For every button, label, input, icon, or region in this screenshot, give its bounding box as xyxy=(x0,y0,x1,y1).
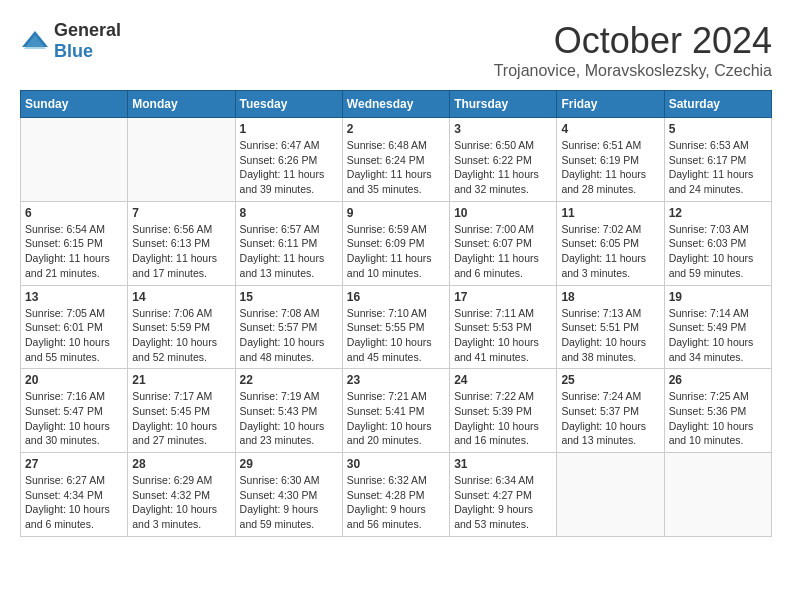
calendar-cell: 1Sunrise: 6:47 AMSunset: 6:26 PMDaylight… xyxy=(235,118,342,202)
day-number: 1 xyxy=(240,122,338,136)
calendar-cell xyxy=(21,118,128,202)
day-info: Sunrise: 6:53 AMSunset: 6:17 PMDaylight:… xyxy=(669,138,767,197)
day-number: 28 xyxy=(132,457,230,471)
calendar-cell: 15Sunrise: 7:08 AMSunset: 5:57 PMDayligh… xyxy=(235,285,342,369)
calendar-week-row: 1Sunrise: 6:47 AMSunset: 6:26 PMDaylight… xyxy=(21,118,772,202)
day-number: 27 xyxy=(25,457,123,471)
day-number: 8 xyxy=(240,206,338,220)
day-info: Sunrise: 6:57 AMSunset: 6:11 PMDaylight:… xyxy=(240,222,338,281)
day-number: 19 xyxy=(669,290,767,304)
calendar-cell: 18Sunrise: 7:13 AMSunset: 5:51 PMDayligh… xyxy=(557,285,664,369)
logo-general: General xyxy=(54,20,121,40)
calendar-cell: 16Sunrise: 7:10 AMSunset: 5:55 PMDayligh… xyxy=(342,285,449,369)
day-number: 3 xyxy=(454,122,552,136)
day-info: Sunrise: 7:08 AMSunset: 5:57 PMDaylight:… xyxy=(240,306,338,365)
day-number: 15 xyxy=(240,290,338,304)
day-info: Sunrise: 7:17 AMSunset: 5:45 PMDaylight:… xyxy=(132,389,230,448)
day-info: Sunrise: 7:03 AMSunset: 6:03 PMDaylight:… xyxy=(669,222,767,281)
day-info: Sunrise: 6:54 AMSunset: 6:15 PMDaylight:… xyxy=(25,222,123,281)
calendar-cell: 7Sunrise: 6:56 AMSunset: 6:13 PMDaylight… xyxy=(128,201,235,285)
calendar-cell: 4Sunrise: 6:51 AMSunset: 6:19 PMDaylight… xyxy=(557,118,664,202)
calendar-cell: 29Sunrise: 6:30 AMSunset: 4:30 PMDayligh… xyxy=(235,453,342,537)
day-number: 25 xyxy=(561,373,659,387)
calendar-cell: 11Sunrise: 7:02 AMSunset: 6:05 PMDayligh… xyxy=(557,201,664,285)
day-number: 30 xyxy=(347,457,445,471)
calendar-cell: 31Sunrise: 6:34 AMSunset: 4:27 PMDayligh… xyxy=(450,453,557,537)
calendar-cell: 6Sunrise: 6:54 AMSunset: 6:15 PMDaylight… xyxy=(21,201,128,285)
day-number: 23 xyxy=(347,373,445,387)
day-info: Sunrise: 6:47 AMSunset: 6:26 PMDaylight:… xyxy=(240,138,338,197)
day-info: Sunrise: 7:16 AMSunset: 5:47 PMDaylight:… xyxy=(25,389,123,448)
day-info: Sunrise: 6:34 AMSunset: 4:27 PMDaylight:… xyxy=(454,473,552,532)
calendar-cell: 17Sunrise: 7:11 AMSunset: 5:53 PMDayligh… xyxy=(450,285,557,369)
day-number: 21 xyxy=(132,373,230,387)
calendar-cell: 21Sunrise: 7:17 AMSunset: 5:45 PMDayligh… xyxy=(128,369,235,453)
calendar-cell: 3Sunrise: 6:50 AMSunset: 6:22 PMDaylight… xyxy=(450,118,557,202)
weekday-header-sunday: Sunday xyxy=(21,91,128,118)
day-number: 9 xyxy=(347,206,445,220)
calendar-week-row: 20Sunrise: 7:16 AMSunset: 5:47 PMDayligh… xyxy=(21,369,772,453)
day-info: Sunrise: 7:24 AMSunset: 5:37 PMDaylight:… xyxy=(561,389,659,448)
calendar-cell: 25Sunrise: 7:24 AMSunset: 5:37 PMDayligh… xyxy=(557,369,664,453)
day-number: 7 xyxy=(132,206,230,220)
calendar-cell: 23Sunrise: 7:21 AMSunset: 5:41 PMDayligh… xyxy=(342,369,449,453)
weekday-header-tuesday: Tuesday xyxy=(235,91,342,118)
location-title: Trojanovice, Moravskoslezsky, Czechia xyxy=(494,62,772,80)
calendar-week-row: 27Sunrise: 6:27 AMSunset: 4:34 PMDayligh… xyxy=(21,453,772,537)
calendar-cell xyxy=(557,453,664,537)
calendar-cell: 22Sunrise: 7:19 AMSunset: 5:43 PMDayligh… xyxy=(235,369,342,453)
day-number: 22 xyxy=(240,373,338,387)
day-info: Sunrise: 7:05 AMSunset: 6:01 PMDaylight:… xyxy=(25,306,123,365)
day-number: 29 xyxy=(240,457,338,471)
day-number: 18 xyxy=(561,290,659,304)
day-number: 31 xyxy=(454,457,552,471)
day-info: Sunrise: 7:11 AMSunset: 5:53 PMDaylight:… xyxy=(454,306,552,365)
calendar-week-row: 6Sunrise: 6:54 AMSunset: 6:15 PMDaylight… xyxy=(21,201,772,285)
day-number: 4 xyxy=(561,122,659,136)
day-info: Sunrise: 7:02 AMSunset: 6:05 PMDaylight:… xyxy=(561,222,659,281)
day-number: 24 xyxy=(454,373,552,387)
day-number: 13 xyxy=(25,290,123,304)
calendar-cell: 30Sunrise: 6:32 AMSunset: 4:28 PMDayligh… xyxy=(342,453,449,537)
calendar-cell: 14Sunrise: 7:06 AMSunset: 5:59 PMDayligh… xyxy=(128,285,235,369)
calendar-cell: 9Sunrise: 6:59 AMSunset: 6:09 PMDaylight… xyxy=(342,201,449,285)
calendar-cell: 27Sunrise: 6:27 AMSunset: 4:34 PMDayligh… xyxy=(21,453,128,537)
calendar-cell: 12Sunrise: 7:03 AMSunset: 6:03 PMDayligh… xyxy=(664,201,771,285)
day-info: Sunrise: 7:06 AMSunset: 5:59 PMDaylight:… xyxy=(132,306,230,365)
calendar-cell: 19Sunrise: 7:14 AMSunset: 5:49 PMDayligh… xyxy=(664,285,771,369)
weekday-header-row: SundayMondayTuesdayWednesdayThursdayFrid… xyxy=(21,91,772,118)
day-info: Sunrise: 7:22 AMSunset: 5:39 PMDaylight:… xyxy=(454,389,552,448)
day-info: Sunrise: 7:21 AMSunset: 5:41 PMDaylight:… xyxy=(347,389,445,448)
day-info: Sunrise: 7:25 AMSunset: 5:36 PMDaylight:… xyxy=(669,389,767,448)
calendar-cell xyxy=(128,118,235,202)
weekday-header-wednesday: Wednesday xyxy=(342,91,449,118)
weekday-header-saturday: Saturday xyxy=(664,91,771,118)
calendar-cell: 26Sunrise: 7:25 AMSunset: 5:36 PMDayligh… xyxy=(664,369,771,453)
day-info: Sunrise: 6:30 AMSunset: 4:30 PMDaylight:… xyxy=(240,473,338,532)
day-info: Sunrise: 6:48 AMSunset: 6:24 PMDaylight:… xyxy=(347,138,445,197)
day-info: Sunrise: 6:56 AMSunset: 6:13 PMDaylight:… xyxy=(132,222,230,281)
day-number: 20 xyxy=(25,373,123,387)
day-number: 10 xyxy=(454,206,552,220)
day-number: 12 xyxy=(669,206,767,220)
day-info: Sunrise: 6:32 AMSunset: 4:28 PMDaylight:… xyxy=(347,473,445,532)
day-info: Sunrise: 7:00 AMSunset: 6:07 PMDaylight:… xyxy=(454,222,552,281)
day-number: 17 xyxy=(454,290,552,304)
logo: General Blue xyxy=(20,20,121,62)
day-info: Sunrise: 6:50 AMSunset: 6:22 PMDaylight:… xyxy=(454,138,552,197)
day-number: 26 xyxy=(669,373,767,387)
calendar-cell: 8Sunrise: 6:57 AMSunset: 6:11 PMDaylight… xyxy=(235,201,342,285)
calendar-cell: 24Sunrise: 7:22 AMSunset: 5:39 PMDayligh… xyxy=(450,369,557,453)
calendar-table: SundayMondayTuesdayWednesdayThursdayFrid… xyxy=(20,90,772,537)
day-number: 6 xyxy=(25,206,123,220)
day-number: 14 xyxy=(132,290,230,304)
logo-text: General Blue xyxy=(54,20,121,62)
calendar-cell: 20Sunrise: 7:16 AMSunset: 5:47 PMDayligh… xyxy=(21,369,128,453)
day-number: 11 xyxy=(561,206,659,220)
calendar-cell xyxy=(664,453,771,537)
calendar-cell: 2Sunrise: 6:48 AMSunset: 6:24 PMDaylight… xyxy=(342,118,449,202)
day-info: Sunrise: 7:19 AMSunset: 5:43 PMDaylight:… xyxy=(240,389,338,448)
calendar-week-row: 13Sunrise: 7:05 AMSunset: 6:01 PMDayligh… xyxy=(21,285,772,369)
weekday-header-thursday: Thursday xyxy=(450,91,557,118)
day-info: Sunrise: 6:29 AMSunset: 4:32 PMDaylight:… xyxy=(132,473,230,532)
